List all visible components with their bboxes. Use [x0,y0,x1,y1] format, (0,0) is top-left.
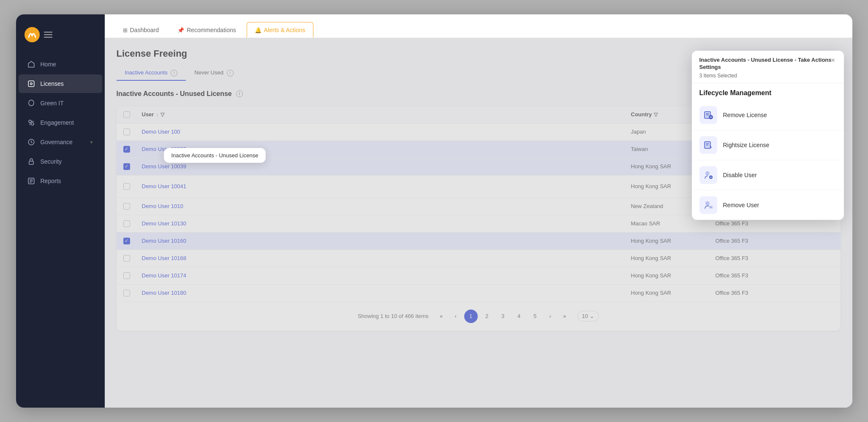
disable-user-icon-box [699,166,717,184]
remove-license-icon [703,110,713,120]
svg-point-23 [706,172,709,175]
sidebar-item-label: Home [41,61,56,68]
sidebar-item-security[interactable]: Security [19,152,102,171]
home-icon [27,60,35,69]
top-tabs: ⊞ Dashboard 📌 Recommendations 🔔 Alerts &… [105,14,852,38]
remove-license-label: Remove License [723,112,767,118]
grid-icon: ⊞ [123,27,128,33]
chevron-down-icon: ▼ [90,140,94,145]
sidebar-item-engagement[interactable]: Engagement [19,113,102,132]
sidebar-item-label: Licenses [41,80,64,87]
sidebar-item-governance[interactable]: Governance ▼ [19,133,102,151]
reports-icon [27,177,35,185]
rightsize-icon-box [699,136,717,154]
governance-icon [27,138,35,146]
sidebar-item-home[interactable]: Home [19,55,102,74]
sidebar-logo [16,23,105,55]
remove-user-icon-box [699,196,717,214]
pin-icon: 📌 [177,27,184,33]
svg-rect-8 [29,161,33,164]
engagement-icon [27,118,35,127]
disable-user-icon [703,170,713,180]
action-remove-license[interactable]: Remove License [692,100,844,130]
remove-user-label: Remove User [723,202,759,208]
popup-header: Inactive Accounts - Unused License - Tak… [692,51,844,83]
sidebar-item-reports[interactable]: Reports [19,172,102,190]
lock-icon [27,157,35,166]
remove-user-icon [703,200,713,210]
action-disable-user[interactable]: Disable User [692,160,844,190]
popup-title: Inactive Accounts - Unused License - Tak… [699,57,836,71]
popup-panel: Inactive Accounts - Unused License - Tak… [692,51,844,220]
action-rightsize-license[interactable]: Rightsize License [692,130,844,160]
tooltip-bubble: Inactive Accounts - Unused License [164,148,266,163]
tab-recommendations[interactable]: 📌 Recommendations [169,22,244,38]
sidebar-navigation: Home Licenses Green IT Eng [16,55,105,190]
hamburger-menu[interactable] [44,32,52,38]
tab-dashboard[interactable]: ⊞ Dashboard [115,22,167,38]
remove-license-icon-box [699,106,717,124]
app-logo [24,27,40,42]
leaf-icon [27,99,35,107]
sidebar: Home Licenses Green IT Eng [16,14,105,408]
main-content: ⊞ Dashboard 📌 Recommendations 🔔 Alerts &… [105,14,852,408]
sidebar-item-label: Engagement [41,119,74,126]
sidebar-item-label: Reports [41,178,61,184]
bell-icon: 🔔 [255,27,261,33]
popup-count: 3 Items Selected [699,73,836,79]
svg-point-4 [31,123,34,125]
rightsize-icon [703,140,713,150]
main-window: Home Licenses Green IT Eng [16,14,852,408]
svg-point-26 [706,202,709,205]
svg-rect-1 [28,81,34,87]
rightsize-label: Rightsize License [723,142,770,148]
svg-point-3 [29,120,31,123]
popup-section-title: Lifecycle Management [692,83,844,100]
sidebar-item-greenit[interactable]: Green IT [19,94,102,112]
sidebar-item-licenses[interactable]: Licenses [19,74,102,93]
action-remove-user[interactable]: Remove User [692,190,844,220]
popup-close-button[interactable]: × [829,56,838,65]
page-body: License Freeing Inactive Accounts i Neve… [105,38,852,408]
tab-alerts[interactable]: 🔔 Alerts & Actions [247,22,313,38]
licenses-icon [27,79,35,88]
sidebar-item-label: Governance [41,139,73,145]
sidebar-item-label: Green IT [41,100,64,107]
sidebar-item-label: Security [41,158,62,165]
disable-user-label: Disable User [723,172,757,178]
svg-point-2 [30,83,32,85]
